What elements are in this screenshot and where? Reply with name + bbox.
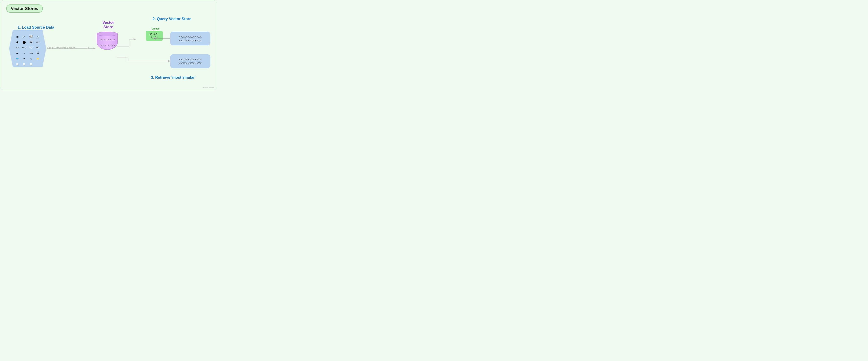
- title-badge: Vector Stores: [6, 4, 43, 13]
- query-box-2: XXXXXXXXXXXXX XXXXXXXXXXXXX: [170, 54, 211, 68]
- cylinder-body: 0.5, 0.2....0.1, 0.9 : 2.1, 0.1....-1.7,…: [97, 34, 118, 50]
- icon-folder: 📁: [36, 56, 40, 61]
- query-box-2-line2: XXXXXXXXXXXXX: [179, 62, 202, 64]
- vector-store-label: VectorStore: [98, 20, 119, 29]
- title-text: Vector Stores: [11, 6, 38, 11]
- embed-box: 5.5, -0.3...2.1, 0.1: [146, 31, 163, 41]
- query-box-1-line1: XXXXXXXXXXXXX: [179, 35, 202, 38]
- icon-twitter: 🐦: [15, 56, 20, 61]
- query-box-2-line1: XXXXXXXXXXXXX: [179, 58, 202, 61]
- icon-slack: ⊞: [15, 34, 20, 39]
- source-data-box: ⊞ ▷ 💬 △ ◆ ⬤ 🖼 CSV PDF DOC TXT PPT M↓ {} …: [9, 30, 46, 67]
- copyright: ©2019 某图书: [203, 86, 214, 89]
- arrow-label: Load, Transform, Embed: [47, 47, 75, 50]
- icon-file3: 📄: [22, 62, 27, 66]
- arrow-line: [76, 48, 89, 48]
- icon-pdf: PDF: [15, 45, 20, 50]
- icon-notion: △: [36, 34, 40, 39]
- query-box-1-line2: XXXXXXXXXXXXX: [179, 39, 202, 42]
- icon-wikipedia: W: [36, 51, 40, 55]
- icon-file4: 📄: [29, 62, 33, 66]
- icon-github: ⬤: [22, 40, 27, 44]
- cylinder-text: 0.5, 0.2....0.1, 0.9 : 2.1, 0.1....-1.7,…: [99, 38, 115, 47]
- icon-doc: DOC: [22, 45, 27, 50]
- icon-csv: CSV: [36, 40, 40, 44]
- icon-file1: ◆: [15, 40, 20, 44]
- icon-discord: 💬: [29, 34, 33, 39]
- embed-label: Embed: [152, 27, 160, 30]
- icon-markdown: M↓: [15, 51, 20, 55]
- step2-label: 2. Query Vector Store: [153, 17, 191, 21]
- icon-empty: [36, 62, 40, 66]
- cylinder-top: [97, 32, 118, 36]
- icon-json: {}: [22, 51, 27, 55]
- arrow-load-transform: Load, Transform, Embed: [47, 47, 89, 50]
- icon-html: HTML: [29, 51, 33, 55]
- icon-txt: TXT: [29, 45, 33, 50]
- query-box-1: XXXXXXXXXXXXX XXXXXXXXXXXXX: [170, 32, 211, 46]
- step1-label: 1. Load Source Data: [18, 25, 54, 30]
- icon-file2: 📄: [15, 62, 20, 66]
- icon-css: ⬡: [29, 56, 33, 61]
- icon-youtube: ▷: [22, 34, 27, 39]
- main-container: Vector Stores 1. Load Source Data 2. Que…: [0, 0, 217, 90]
- step3-label: 3. Retrieve 'most similar': [151, 75, 195, 80]
- icon-grid: ⊞ ▷ 💬 △ ◆ ⬤ 🖼 CSV PDF DOC TXT PPT M↓ {} …: [15, 34, 41, 66]
- icon-image: 🖼: [29, 40, 33, 44]
- icon-email: ✉: [22, 56, 27, 61]
- cylinder: 0.5, 0.2....0.1, 0.9 : 2.1, 0.1....-1.7,…: [97, 32, 118, 50]
- cylinder-vector-store: 0.5, 0.2....0.1, 0.9 : 2.1, 0.1....-1.7,…: [96, 32, 119, 55]
- icon-ppt: PPT: [36, 45, 40, 50]
